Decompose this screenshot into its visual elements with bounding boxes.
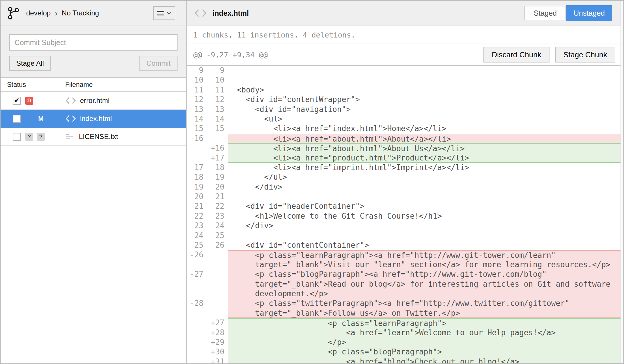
diff-line: 1920 </div> xyxy=(187,182,623,192)
old-line-number xyxy=(187,153,207,163)
code-line: <h1>Welcome to the Git Crash Course!</h1… xyxy=(228,211,623,221)
code-line: <a href="learn">Welcome to our Help page… xyxy=(228,328,623,338)
status-badge-untracked: ? xyxy=(25,133,33,141)
old-line-number xyxy=(187,143,207,153)
new-line-number: +16 xyxy=(207,143,228,153)
diff-file-title: index.html xyxy=(212,9,249,17)
old-line-number: -28 xyxy=(187,299,207,308)
file-row-error-html[interactable]: ✔ D error.html xyxy=(1,92,186,110)
branch-menu-button[interactable] xyxy=(153,6,175,20)
breadcrumb-branch[interactable]: develop xyxy=(26,9,51,17)
old-line-number: 10 xyxy=(187,75,207,85)
old-line-number: -27 xyxy=(187,270,207,279)
old-line-number: -16 xyxy=(187,134,207,143)
code-line: <li><a href="index.html">Home</a></li> xyxy=(228,124,623,133)
code-line: <div id="contentWrapper"> xyxy=(228,95,623,104)
code-line xyxy=(228,66,623,75)
stage-checkbox[interactable] xyxy=(13,133,21,141)
working-copy-file-list: Status Filename ✔ D error.html xyxy=(1,77,186,146)
code-line: target="_blank">Visit our "learn" sectio… xyxy=(228,260,623,270)
tab-staged[interactable]: Staged xyxy=(524,6,566,20)
code-line: <a href="blog">Check out our blog!</a> xyxy=(228,357,623,363)
code-line: </p> xyxy=(228,338,623,347)
code-line: <div id="contentContainer"> xyxy=(228,240,623,250)
file-cell: index.html xyxy=(60,115,186,123)
old-line-number xyxy=(187,308,207,318)
diff-line: 2122 <div id="headerContainer"> xyxy=(187,201,623,211)
new-line-number: +30 xyxy=(207,347,228,357)
repo-header: develop › No Tracking xyxy=(1,1,186,26)
diff-scrollbar[interactable] xyxy=(621,1,623,363)
text-file-icon xyxy=(65,133,75,141)
file-cell: LICENSE.txt xyxy=(60,133,186,141)
old-line-number: 9 xyxy=(187,66,207,75)
old-line-number: 24 xyxy=(187,231,207,240)
diff-line: 2021 xyxy=(187,192,623,201)
new-line-number xyxy=(207,270,228,279)
code-line: <li><a href="about.html">About Us</a></l… xyxy=(228,143,623,153)
file-list-empty-area xyxy=(1,146,186,363)
file-name: index.html xyxy=(80,115,112,123)
commit-button[interactable]: Commit xyxy=(139,56,178,71)
old-line-number xyxy=(187,328,207,338)
commit-subject-input[interactable] xyxy=(9,34,178,51)
diff-line: +17 <li><a href="product.html">Product</… xyxy=(187,153,623,163)
old-line-number: 14 xyxy=(187,114,207,124)
code-line: <li><a href="about.html">About</a></li> xyxy=(228,134,623,143)
diff-line: 1313 <div id="navigation"> xyxy=(187,105,623,114)
diff-line: +27 <p class="learnParagraph"> xyxy=(187,318,623,328)
new-line-number xyxy=(207,308,228,318)
stage-checkbox[interactable] xyxy=(13,115,21,123)
old-line-number xyxy=(187,347,207,357)
diff-line: development.</p> xyxy=(187,289,623,299)
diff-line: -28 <p class="twitterParagraph"><a href=… xyxy=(187,299,623,308)
file-row-index-html[interactable]: M index.html xyxy=(1,110,186,128)
new-line-number: +29 xyxy=(207,338,228,347)
new-line-number: 18 xyxy=(207,163,228,172)
old-line-number xyxy=(187,357,207,363)
new-line-number: 22 xyxy=(207,201,228,211)
status-cell: ? ? xyxy=(1,133,60,141)
code-file-icon xyxy=(65,115,76,123)
new-line-number: 11 xyxy=(207,85,228,95)
new-line-number: 12 xyxy=(207,95,228,104)
old-line-number: 20 xyxy=(187,192,207,201)
code-line: <p class="blogParagraph"><a href="http:/… xyxy=(228,270,623,279)
old-line-number: 18 xyxy=(187,172,207,182)
stage-checkbox[interactable]: ✔ xyxy=(13,97,21,105)
diff-content: 9910101111 <body>1212 <div id="contentWr… xyxy=(187,66,623,363)
code-line: <ul> xyxy=(228,114,623,124)
new-line-number: 23 xyxy=(207,211,228,221)
old-line-number: 15 xyxy=(187,124,207,133)
new-line-number: 21 xyxy=(207,192,228,201)
code-line: development.</p> xyxy=(228,289,623,299)
file-row-license-txt[interactable]: ? ? LICENSE.txt xyxy=(1,128,186,146)
diff-line: 1819 </ul> xyxy=(187,172,623,182)
status-badge-empty xyxy=(37,97,45,105)
new-line-number: +28 xyxy=(207,328,228,338)
new-line-number: +17 xyxy=(207,153,228,163)
breadcrumb-separator: › xyxy=(55,10,58,17)
diff-line: +30 <p class="blogParagraph"> xyxy=(187,347,623,357)
breadcrumb-tracking[interactable]: No Tracking xyxy=(62,9,99,17)
new-line-number xyxy=(207,260,228,270)
file-name: error.html xyxy=(80,97,109,105)
new-line-number xyxy=(207,279,228,289)
code-line xyxy=(228,75,623,85)
diff-line: 1718 <li><a href="imprint.html">Imprint<… xyxy=(187,163,623,172)
old-line-number: 21 xyxy=(187,201,207,211)
discard-chunk-button[interactable]: Discard Chunk xyxy=(483,47,549,63)
old-line-number: 22 xyxy=(187,211,207,221)
code-line: <li><a href="product.html">Product</a></… xyxy=(228,153,623,163)
stage-all-button[interactable]: Stage All xyxy=(9,56,51,71)
stage-chunk-button[interactable]: Stage Chunk xyxy=(555,47,615,63)
diff-line: 2324 </div> xyxy=(187,221,623,231)
status-badge-modified: M xyxy=(37,115,45,123)
new-line-number xyxy=(207,299,228,308)
diff-line: +16 <li><a href="about.html">About Us</a… xyxy=(187,143,623,153)
old-line-number xyxy=(187,279,207,289)
diff-line: -27 <p class="blogParagraph"><a href="ht… xyxy=(187,270,623,279)
file-list-header: Status Filename xyxy=(1,78,186,92)
tab-unstaged[interactable]: Unstaged xyxy=(566,5,612,21)
status-badge-deleted: D xyxy=(25,97,33,105)
